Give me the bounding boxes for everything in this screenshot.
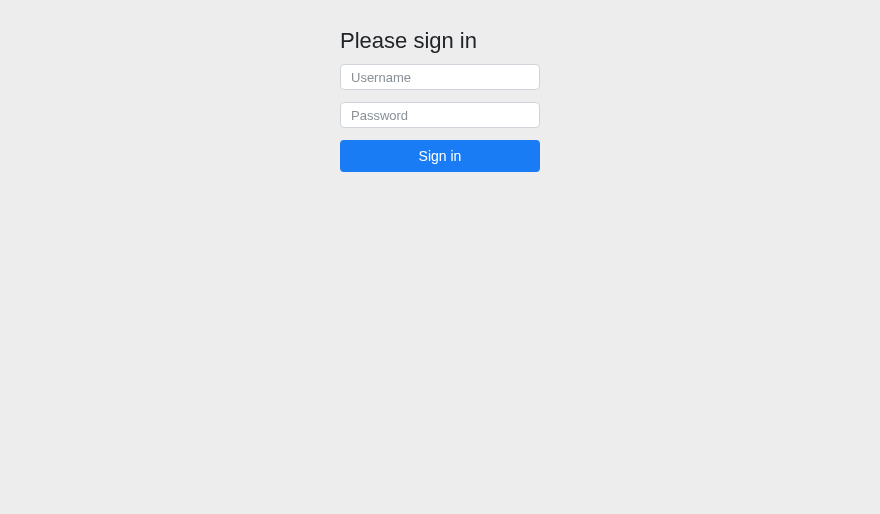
signin-button[interactable]: Sign in [340,140,540,172]
signin-heading: Please sign in [340,28,540,54]
login-form: Please sign in Sign in [340,28,540,514]
username-input[interactable] [340,64,540,90]
password-input[interactable] [340,102,540,128]
